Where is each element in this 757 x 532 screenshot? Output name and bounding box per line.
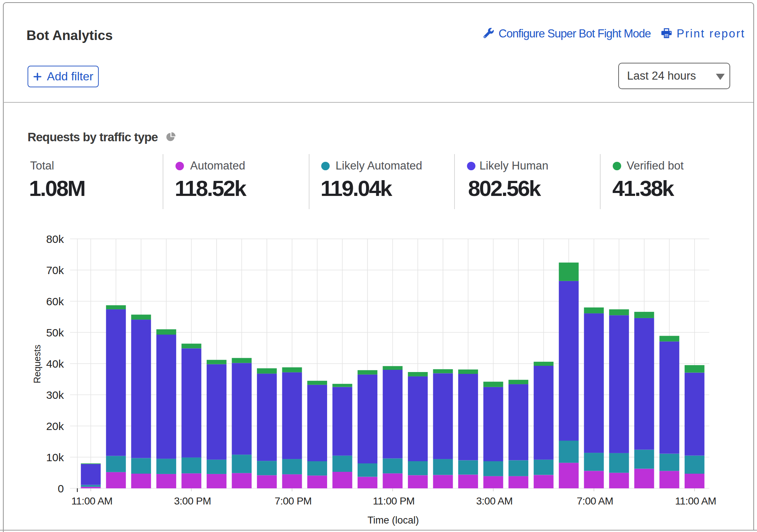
svg-text:Requests: Requests (32, 345, 42, 383)
svg-text:70k: 70k (46, 264, 64, 276)
svg-text:30k: 30k (46, 389, 64, 401)
svg-text:7:00 PM: 7:00 PM (275, 495, 312, 507)
svg-text:40k: 40k (46, 358, 64, 370)
svg-text:50k: 50k (46, 327, 64, 339)
svg-text:11:00 AM: 11:00 AM (675, 495, 716, 507)
svg-text:3:00 PM: 3:00 PM (174, 495, 211, 507)
svg-text:10k: 10k (46, 451, 64, 463)
svg-text:3:00 AM: 3:00 AM (476, 495, 512, 507)
svg-text:Time (local): Time (local) (367, 515, 419, 526)
svg-text:80k: 80k (46, 233, 64, 245)
svg-text:7:00 AM: 7:00 AM (577, 495, 613, 507)
svg-text:20k: 20k (46, 420, 64, 432)
svg-text:60k: 60k (46, 295, 64, 307)
svg-text:11:00 PM: 11:00 PM (373, 495, 415, 507)
svg-text:11:00 AM: 11:00 AM (71, 495, 112, 507)
svg-text:0: 0 (58, 482, 64, 495)
